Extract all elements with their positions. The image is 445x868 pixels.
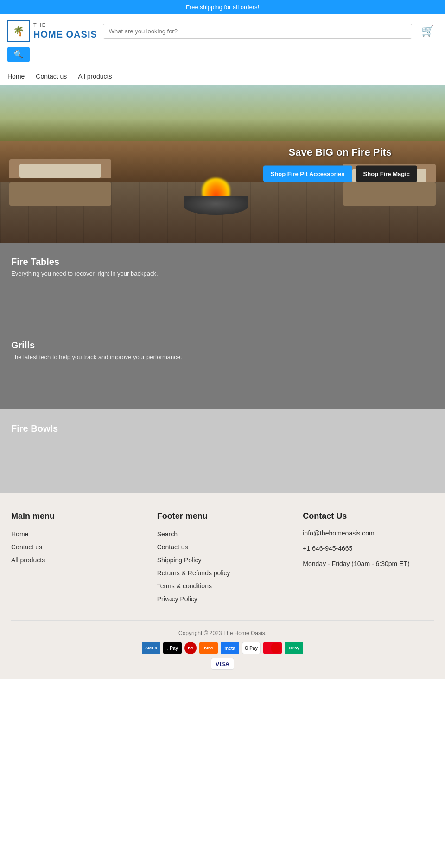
logo-icon: 🌴 (7, 20, 30, 42)
meta-icon: meta (221, 642, 239, 654)
logo[interactable]: 🌴 THE HOME OASIS (7, 20, 97, 42)
hero-banner: Save BIG on Fire Pits Shop Fire Pit Acce… (0, 85, 445, 243)
logo-the: THE (33, 22, 97, 28)
fire-tables-title: Fire Tables (11, 257, 434, 267)
contact-phone: +1 646-945-4665 (303, 543, 434, 554)
bowl-body (184, 196, 248, 215)
footer-terms-link[interactable]: Terms & conditions (157, 579, 288, 592)
footer-returns-link[interactable]: Returns & Refunds policy (157, 566, 288, 579)
fire-bowl (184, 182, 248, 215)
category-fire-tables: Fire Tables Everything you need to recov… (0, 243, 445, 326)
sofa-left-cushion (19, 164, 101, 178)
category-grills: Grills The latest tech to help you track… (0, 326, 445, 409)
sofa-right-base (343, 182, 436, 206)
contact-title: Contact Us (303, 511, 434, 521)
fire-tables-desc: Everything you need to recover, right in… (11, 270, 197, 277)
nav-home[interactable]: Home (7, 73, 25, 80)
search-button[interactable]: 🔍 (7, 47, 30, 62)
categories-section: Fire Tables Everything you need to recov… (0, 243, 445, 493)
footer-home-link[interactable]: Home (11, 528, 142, 541)
banner-text: Free shipping for all orders! (186, 4, 259, 11)
diners-icon: DC (184, 642, 197, 654)
visa-icon: VISA (211, 658, 234, 670)
footer-shipping-link[interactable]: Shipping Policy (157, 554, 288, 566)
shop-fire-pit-btn[interactable]: Shop Fire Pit Accessories (263, 166, 352, 182)
contact-email: info@thehomeoasis.com (303, 528, 434, 539)
header-top: 🌴 THE HOME OASIS 🛒 (7, 20, 438, 42)
logo-home-oasis: HOME OASIS (33, 29, 97, 40)
footer-grid: Main menu Home Contact us All products F… (11, 511, 434, 605)
nav-contact[interactable]: Contact us (36, 73, 67, 80)
footer-footer-menu: Footer menu Search Contact us Shipping P… (157, 511, 288, 605)
grills-desc: The latest tech to help you track and im… (11, 353, 197, 360)
amex-icon: AMEX (142, 642, 160, 654)
search-input[interactable] (103, 24, 412, 38)
footer-main-menu: Main menu Home Contact us All products (11, 511, 142, 605)
search-magnify-icon: 🔍 (14, 50, 23, 58)
footer-search-link[interactable]: Search (157, 528, 288, 541)
footer-menu-title: Footer menu (157, 511, 288, 521)
top-banner: Free shipping for all orders! (0, 0, 445, 14)
google-pay-icon: G Pay (242, 642, 261, 654)
cart-icon: 🛒 (421, 25, 434, 37)
hero-buttons: Shop Fire Pit Accessories Shop Fire Magi… (263, 166, 417, 182)
search-btn-row: 🔍 (7, 47, 438, 62)
footer-contact-section: Contact Us info@thehomeoasis.com +1 646-… (303, 511, 434, 605)
main-nav: Home Contact us All products (0, 68, 445, 85)
sofa-left (9, 159, 111, 206)
footer-bottom: Copyright © 2023 The Home Oasis. AMEX  … (11, 620, 434, 670)
opay-icon: OPay (285, 642, 303, 654)
payment-icons: AMEX  Pay DC DISC meta G Pay OPay (11, 642, 434, 654)
grills-title: Grills (11, 340, 434, 351)
cart-button[interactable]: 🛒 (418, 23, 438, 39)
apple-pay-icon:  Pay (163, 642, 182, 654)
main-menu-title: Main menu (11, 511, 142, 521)
discover-icon: DISC (199, 642, 218, 654)
header: 🌴 THE HOME OASIS 🛒 🔍 (0, 14, 445, 68)
footer: Main menu Home Contact us All products F… (0, 493, 445, 679)
hero-headline: Save BIG on Fire Pits (263, 146, 417, 158)
footer-contact-us-link[interactable]: Contact us (157, 541, 288, 554)
fire-bowls-title: Fire Bowls (11, 423, 434, 434)
nav-all-products[interactable]: All products (78, 73, 112, 80)
mastercard-icon (263, 642, 282, 654)
search-bar (103, 24, 412, 39)
hero-overlay: Save BIG on Fire Pits Shop Fire Pit Acce… (263, 146, 417, 182)
category-fire-bowls: Fire Bowls (0, 409, 445, 493)
logo-palm-icon: 🌴 (13, 25, 25, 37)
shop-fire-magic-btn[interactable]: Shop Fire Magic (356, 166, 417, 182)
copyright-text: Copyright © 2023 The Home Oasis. (11, 630, 434, 636)
logo-text-block: THE HOME OASIS (33, 22, 97, 39)
footer-all-products-link[interactable]: All products (11, 554, 142, 566)
footer-privacy-link[interactable]: Privacy Policy (157, 592, 288, 605)
contact-hours: Monday - Friday (10am - 6:30pm ET) (303, 558, 434, 570)
sofa-left-base (9, 182, 111, 206)
footer-contact-link[interactable]: Contact us (11, 541, 142, 554)
